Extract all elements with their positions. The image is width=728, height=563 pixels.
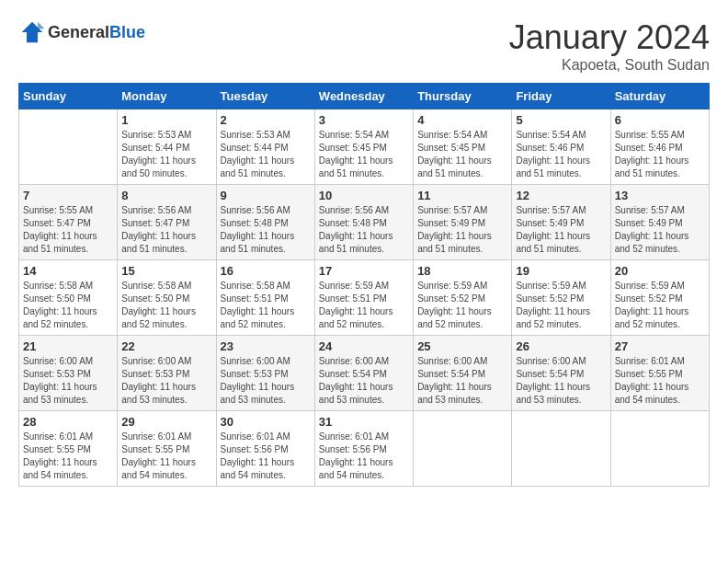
day-number: 25 [417, 339, 507, 353]
day-number: 19 [516, 264, 606, 278]
svg-marker-1 [38, 22, 45, 29]
day-info: Sunrise: 6:01 AMSunset: 5:55 PMDaylight:… [121, 431, 211, 482]
day-info: Sunrise: 6:01 AMSunset: 5:55 PMDaylight:… [23, 431, 113, 482]
logo-text-general: General [48, 23, 109, 41]
day-info: Sunrise: 5:58 AMSunset: 5:50 PMDaylight:… [23, 280, 113, 331]
calendar-cell [610, 411, 709, 487]
day-number: 10 [319, 189, 409, 202]
calendar-cell: 20Sunrise: 5:59 AMSunset: 5:52 PMDayligh… [610, 260, 709, 336]
day-info: Sunrise: 5:55 AMSunset: 5:47 PMDaylight:… [23, 204, 113, 256]
calendar-week-row: 14Sunrise: 5:58 AMSunset: 5:50 PMDayligh… [19, 260, 710, 336]
day-info: Sunrise: 5:53 AMSunset: 5:44 PMDaylight:… [221, 129, 311, 180]
day-info: Sunrise: 5:59 AMSunset: 5:52 PMDaylight:… [516, 280, 606, 331]
calendar-cell: 23Sunrise: 6:00 AMSunset: 5:53 PMDayligh… [216, 336, 314, 411]
calendar-cell: 9Sunrise: 5:56 AMSunset: 5:48 PMDaylight… [216, 185, 314, 260]
day-info: Sunrise: 6:00 AMSunset: 5:54 PMDaylight:… [319, 355, 409, 407]
calendar-cell: 25Sunrise: 6:00 AMSunset: 5:54 PMDayligh… [414, 336, 512, 411]
calendar-cell: 26Sunrise: 6:00 AMSunset: 5:54 PMDayligh… [512, 336, 610, 411]
calendar-cell: 31Sunrise: 6:01 AMSunset: 5:56 PMDayligh… [314, 411, 413, 487]
day-info: Sunrise: 5:58 AMSunset: 5:50 PMDaylight:… [121, 280, 211, 331]
calendar-cell: 17Sunrise: 5:59 AMSunset: 5:51 PMDayligh… [314, 260, 413, 336]
day-number: 22 [121, 339, 211, 353]
calendar-cell: 11Sunrise: 5:57 AMSunset: 5:49 PMDayligh… [414, 185, 512, 260]
calendar-cell: 5Sunrise: 5:54 AMSunset: 5:46 PMDaylight… [512, 109, 610, 185]
calendar-week-row: 21Sunrise: 6:00 AMSunset: 5:53 PMDayligh… [19, 336, 710, 411]
calendar-cell: 7Sunrise: 5:55 AMSunset: 5:47 PMDaylight… [19, 185, 118, 260]
day-info: Sunrise: 5:54 AMSunset: 5:46 PMDaylight:… [516, 129, 606, 180]
calendar-cell: 1Sunrise: 5:53 AMSunset: 5:44 PMDaylight… [118, 109, 216, 185]
calendar-cell: 10Sunrise: 5:56 AMSunset: 5:48 PMDayligh… [314, 185, 413, 260]
weekday-header: Wednesday [314, 84, 413, 109]
calendar-cell: 29Sunrise: 6:01 AMSunset: 5:55 PMDayligh… [118, 411, 216, 487]
weekday-header: Sunday [19, 84, 118, 109]
calendar-cell: 2Sunrise: 5:53 AMSunset: 5:44 PMDaylight… [216, 109, 314, 185]
day-info: Sunrise: 5:54 AMSunset: 5:45 PMDaylight:… [417, 129, 507, 180]
calendar-cell: 22Sunrise: 6:00 AMSunset: 5:53 PMDayligh… [118, 336, 216, 411]
day-info: Sunrise: 6:00 AMSunset: 5:53 PMDaylight:… [221, 355, 311, 407]
day-info: Sunrise: 5:57 AMSunset: 5:49 PMDaylight:… [615, 204, 705, 256]
day-number: 31 [319, 415, 409, 429]
day-number: 27 [615, 339, 705, 353]
calendar-cell: 4Sunrise: 5:54 AMSunset: 5:45 PMDaylight… [414, 109, 512, 185]
day-info: Sunrise: 5:54 AMSunset: 5:45 PMDaylight:… [319, 129, 409, 180]
calendar-cell: 12Sunrise: 5:57 AMSunset: 5:49 PMDayligh… [512, 185, 610, 260]
day-info: Sunrise: 5:56 AMSunset: 5:48 PMDaylight:… [221, 204, 311, 256]
day-number: 29 [121, 415, 211, 429]
calendar-cell: 15Sunrise: 5:58 AMSunset: 5:50 PMDayligh… [118, 260, 216, 336]
day-number: 6 [615, 113, 705, 127]
day-number: 2 [221, 113, 311, 127]
calendar-cell [19, 109, 118, 185]
day-number: 21 [23, 339, 113, 353]
day-info: Sunrise: 5:53 AMSunset: 5:44 PMDaylight:… [121, 129, 211, 180]
day-info: Sunrise: 6:00 AMSunset: 5:54 PMDaylight:… [516, 355, 606, 407]
day-number: 23 [221, 339, 311, 353]
day-number: 8 [121, 189, 211, 202]
day-number: 18 [417, 264, 507, 278]
logo-text-blue: Blue [109, 23, 145, 41]
weekday-header: Friday [512, 84, 610, 109]
day-info: Sunrise: 5:57 AMSunset: 5:49 PMDaylight:… [417, 204, 507, 256]
calendar-cell [414, 411, 512, 487]
day-number: 17 [319, 264, 409, 278]
day-info: Sunrise: 5:59 AMSunset: 5:52 PMDaylight:… [615, 280, 705, 331]
day-info: Sunrise: 6:00 AMSunset: 5:53 PMDaylight:… [23, 355, 113, 407]
day-number: 4 [417, 113, 507, 127]
calendar-cell: 27Sunrise: 6:01 AMSunset: 5:55 PMDayligh… [610, 336, 709, 411]
weekday-header: Saturday [610, 84, 709, 109]
weekday-header: Tuesday [216, 84, 314, 109]
weekday-header: Thursday [414, 84, 512, 109]
calendar-cell: 24Sunrise: 6:00 AMSunset: 5:54 PMDayligh… [314, 336, 413, 411]
calendar-cell: 30Sunrise: 6:01 AMSunset: 5:56 PMDayligh… [216, 411, 314, 487]
calendar-cell: 19Sunrise: 5:59 AMSunset: 5:52 PMDayligh… [512, 260, 610, 336]
day-number: 11 [417, 189, 507, 202]
calendar-cell: 14Sunrise: 5:58 AMSunset: 5:50 PMDayligh… [19, 260, 118, 336]
day-info: Sunrise: 6:00 AMSunset: 5:53 PMDaylight:… [121, 355, 211, 407]
day-number: 24 [319, 339, 409, 353]
calendar-cell: 28Sunrise: 6:01 AMSunset: 5:55 PMDayligh… [19, 411, 118, 487]
logo: GeneralBlue [18, 18, 145, 46]
day-info: Sunrise: 6:01 AMSunset: 5:55 PMDaylight:… [615, 355, 705, 407]
day-number: 1 [121, 113, 211, 127]
day-info: Sunrise: 5:59 AMSunset: 5:52 PMDaylight:… [417, 280, 507, 331]
day-number: 30 [221, 415, 311, 429]
day-number: 15 [121, 264, 211, 278]
calendar-cell: 3Sunrise: 5:54 AMSunset: 5:45 PMDaylight… [314, 109, 413, 185]
calendar-table: SundayMondayTuesdayWednesdayThursdayFrid… [18, 83, 710, 487]
day-info: Sunrise: 5:59 AMSunset: 5:51 PMDaylight:… [319, 280, 409, 331]
day-number: 26 [516, 339, 606, 353]
logo-icon [18, 18, 46, 46]
day-number: 13 [615, 189, 705, 202]
calendar-cell: 18Sunrise: 5:59 AMSunset: 5:52 PMDayligh… [414, 260, 512, 336]
calendar-cell: 21Sunrise: 6:00 AMSunset: 5:53 PMDayligh… [19, 336, 118, 411]
day-info: Sunrise: 5:57 AMSunset: 5:49 PMDaylight:… [516, 204, 606, 256]
calendar-cell: 8Sunrise: 5:56 AMSunset: 5:47 PMDaylight… [118, 185, 216, 260]
calendar-week-row: 7Sunrise: 5:55 AMSunset: 5:47 PMDaylight… [19, 185, 710, 260]
day-info: Sunrise: 5:58 AMSunset: 5:51 PMDaylight:… [221, 280, 311, 331]
weekday-header: Monday [118, 84, 216, 109]
weekday-header-row: SundayMondayTuesdayWednesdayThursdayFrid… [19, 84, 710, 109]
day-number: 28 [23, 415, 113, 429]
day-info: Sunrise: 5:56 AMSunset: 5:47 PMDaylight:… [121, 204, 211, 256]
day-info: Sunrise: 5:56 AMSunset: 5:48 PMDaylight:… [319, 204, 409, 256]
day-info: Sunrise: 5:55 AMSunset: 5:46 PMDaylight:… [615, 129, 705, 180]
day-number: 16 [221, 264, 311, 278]
